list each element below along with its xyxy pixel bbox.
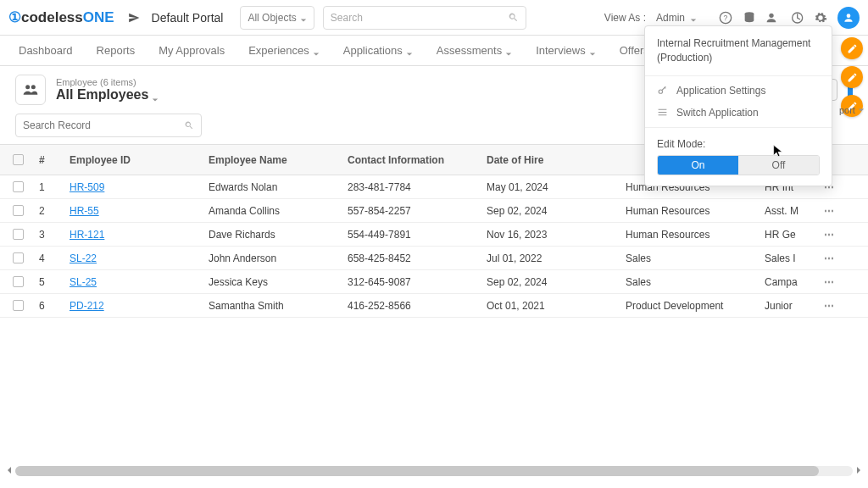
record-count: Employee (6 items): [56, 77, 159, 87]
row-job: Sales I: [765, 252, 814, 264]
row-name: Edwards Nolan: [209, 181, 348, 193]
col-date[interactable]: Date of Hire: [487, 154, 626, 166]
row-dept: Human Resources: [626, 205, 765, 217]
app-name: Internal Recruitment Management (Product…: [645, 35, 832, 72]
table-row[interactable]: 3HR-121Dave Richards554-449-7891Nov 16, …: [0, 223, 868, 247]
logo[interactable]: ①codelessONE: [8, 8, 114, 26]
row-id: HR-121: [70, 229, 209, 241]
edit-mode-on[interactable]: On: [658, 156, 738, 175]
help-icon[interactable]: ?: [719, 11, 732, 25]
employee-id-link[interactable]: HR-509: [70, 181, 104, 193]
row-menu-icon[interactable]: ⋯: [824, 205, 835, 217]
row-checkbox[interactable]: [13, 252, 24, 263]
row-num: 3: [36, 229, 70, 241]
paper-plane-icon[interactable]: [128, 12, 140, 24]
tab-experiences[interactable]: Experiences: [236, 36, 331, 66]
table-row[interactable]: 4SL-22John Anderson658-425-8452Jul 01, 2…: [0, 247, 868, 270]
menu-switch-app[interactable]: Switch Application: [645, 102, 832, 124]
row-menu-icon[interactable]: ⋯: [824, 252, 835, 264]
row-checkbox[interactable]: [13, 229, 24, 240]
search-icon: [184, 120, 194, 130]
view-name-select[interactable]: All Employees: [56, 87, 159, 103]
svg-text:?: ?: [724, 14, 728, 22]
tab-assessments[interactable]: Assessments: [425, 36, 524, 66]
row-contact: 283-481-7784: [348, 181, 487, 193]
fab-edit-2[interactable]: [841, 66, 863, 88]
row-job: Campa: [765, 276, 814, 288]
row-checkbox[interactable]: [13, 205, 24, 216]
scrollbar-thumb[interactable]: [15, 466, 819, 476]
row-contact: 658-425-8452: [348, 252, 487, 264]
user-plus-icon[interactable]: [766, 11, 780, 25]
svg-point-5: [25, 85, 30, 89]
employees-icon: [15, 75, 46, 105]
select-all-checkbox[interactable]: [13, 154, 24, 165]
table-row[interactable]: 2HR-55Amanda Collins557-854-2257Sep 02, …: [0, 199, 868, 223]
row-id: SL-25: [70, 276, 209, 288]
switch-icon: [657, 107, 668, 118]
tab-my-approvals[interactable]: My Approvals: [147, 36, 236, 66]
row-name: John Anderson: [209, 252, 348, 264]
fab-edit[interactable]: [841, 37, 863, 59]
database-icon[interactable]: [743, 11, 756, 25]
table-row[interactable]: 5SL-25Jessica Keys312-645-9087Sep 02, 20…: [0, 270, 868, 294]
tab-dashboard[interactable]: Dashboard: [7, 36, 85, 66]
view-as: View As : Admin: [604, 8, 702, 27]
row-date: Oct 01, 2021: [487, 300, 626, 312]
object-select[interactable]: All Objects: [240, 6, 314, 30]
employee-id-link[interactable]: PD-212: [70, 300, 104, 312]
col-employee-id[interactable]: Employee ID: [70, 154, 209, 166]
tab-reports[interactable]: Reports: [85, 36, 147, 66]
row-id: PD-212: [70, 300, 209, 312]
row-id: SL-22: [70, 252, 209, 264]
cut-label: port: [839, 105, 865, 115]
mouse-cursor: [771, 144, 785, 160]
svg-point-4: [847, 14, 851, 18]
edit-mode-label: Edit Mode:: [645, 131, 832, 155]
row-name: Samantha Smith: [209, 300, 348, 312]
history-icon[interactable]: [790, 11, 804, 25]
employee-id-link[interactable]: SL-22: [70, 252, 97, 264]
edit-mode-toggle[interactable]: On Off: [657, 155, 820, 175]
row-dept: Human Resources: [626, 229, 765, 241]
row-num: 6: [36, 300, 70, 312]
row-menu-icon[interactable]: ⋯: [824, 276, 835, 288]
portal-label[interactable]: Default Portal: [152, 11, 224, 25]
employee-id-link[interactable]: HR-121: [70, 229, 104, 241]
row-checkbox[interactable]: [13, 276, 24, 287]
employee-id-link[interactable]: HR-55: [70, 205, 99, 217]
row-name: Amanda Collins: [209, 205, 348, 217]
row-name: Jessica Keys: [209, 276, 348, 288]
scroll-right[interactable]: [853, 464, 865, 476]
tab-applications[interactable]: Applications: [331, 36, 425, 66]
row-contact: 416-252-8566: [348, 300, 487, 312]
svg-point-11: [659, 90, 662, 93]
row-checkbox[interactable]: [13, 181, 24, 192]
global-search[interactable]: [323, 6, 526, 30]
horizontal-scrollbar[interactable]: [15, 466, 853, 476]
col-employee-name[interactable]: Employee Name: [209, 154, 348, 166]
row-menu-icon[interactable]: ⋯: [824, 300, 835, 312]
row-contact: 557-854-2257: [348, 205, 487, 217]
user-avatar[interactable]: [837, 7, 860, 29]
search-record[interactable]: [15, 114, 202, 137]
employee-id-link[interactable]: SL-25: [70, 276, 97, 288]
search-record-input[interactable]: [23, 119, 184, 131]
gear-icon[interactable]: [814, 11, 827, 25]
col-num[interactable]: #: [36, 154, 70, 166]
row-job: Junior: [765, 300, 814, 312]
row-menu-icon[interactable]: ⋯: [824, 229, 835, 241]
tab-interviews[interactable]: Interviews: [524, 36, 608, 66]
menu-app-settings[interactable]: Application Settings: [645, 80, 832, 102]
search-input[interactable]: [331, 12, 508, 24]
view-as-select[interactable]: Admin: [651, 8, 702, 27]
col-contact[interactable]: Contact Information: [348, 154, 487, 166]
row-checkbox[interactable]: [13, 300, 24, 311]
row-name: Dave Richards: [209, 229, 348, 241]
row-dept: Product Development: [626, 300, 765, 312]
row-contact: 554-449-7891: [348, 229, 487, 241]
scroll-left[interactable]: [3, 464, 15, 476]
row-job: HR Ge: [765, 229, 814, 241]
row-date: May 01, 2024: [487, 181, 626, 193]
table-row[interactable]: 6PD-212Samantha Smith416-252-8566Oct 01,…: [0, 294, 868, 318]
